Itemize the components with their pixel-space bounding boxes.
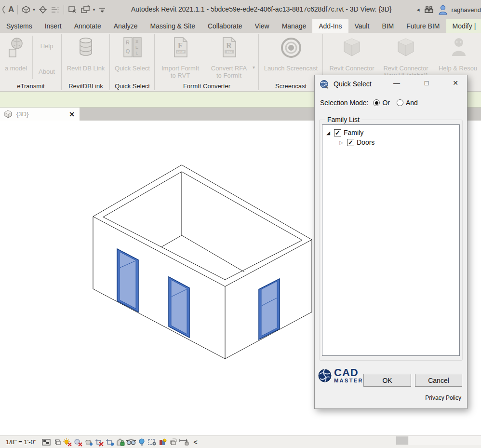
help-resources-button[interactable]: Help & Resou ▾: [435, 35, 481, 79]
person-help-icon: [448, 35, 468, 65]
help-button[interactable]: Help: [40, 42, 53, 50]
tab-collaborate[interactable]: Collaborate: [201, 19, 249, 33]
convert-rfa-dropdown-icon[interactable]: ▾: [253, 65, 255, 70]
family-tree[interactable]: ◢ ✓ Family ▷ ✓ Doors: [322, 124, 460, 356]
tab-insert[interactable]: Insert: [39, 19, 68, 33]
detail-level-icon[interactable]: [41, 437, 52, 447]
tab-vault[interactable]: Vault: [348, 19, 376, 33]
convert-rfa-button[interactable]: RRFA Convert RFA to FormIt: [206, 35, 252, 79]
door-selected[interactable]: [169, 277, 189, 338]
visual-style-icon[interactable]: [52, 437, 62, 447]
revit-db-link-button[interactable]: Revit DB Link: [62, 35, 110, 72]
tree-item-family[interactable]: Family: [344, 129, 363, 136]
cancel-button[interactable]: Cancel: [415, 374, 462, 387]
panel-label-quick-select: Quick Select: [110, 82, 155, 90]
radio-or-label[interactable]: Or: [382, 99, 390, 107]
tab-bim[interactable]: BIM: [375, 19, 400, 33]
rendering-dialog-icon[interactable]: [83, 437, 94, 447]
tab-manage[interactable]: Manage: [276, 19, 313, 33]
database-icon: [76, 35, 95, 65]
door-selected[interactable]: [117, 249, 138, 312]
locked-3d-view-icon[interactable]: [115, 437, 126, 447]
ok-button[interactable]: OK: [363, 374, 411, 387]
dialog-maximize-icon[interactable]: □: [419, 79, 434, 87]
tree-expander-expanded-icon[interactable]: ◢: [325, 130, 331, 136]
dialog-minimize-icon[interactable]: —: [389, 79, 404, 87]
collapse-search-icon[interactable]: ◂: [417, 6, 420, 13]
radio-or[interactable]: [373, 99, 380, 106]
tab-future-bim[interactable]: Future BIM: [400, 19, 446, 33]
svg-text:AXUT: AXUT: [177, 51, 185, 54]
cad-masters-globe-icon: [318, 368, 332, 383]
house-3d-icon: [4, 110, 13, 118]
globe-icon: [320, 80, 329, 89]
tree-item-doors[interactable]: Doors: [357, 138, 374, 146]
screencast-target-icon: [280, 35, 302, 65]
tab-view[interactable]: View: [249, 19, 276, 33]
cube-icon: [341, 35, 362, 65]
sun-path-off-icon[interactable]: [62, 437, 73, 447]
horizontal-scrollbar-thumb[interactable]: [396, 436, 408, 445]
default-3d-view-icon[interactable]: [21, 4, 31, 15]
tab-systems[interactable]: Systems: [0, 19, 39, 33]
shadows-off-icon[interactable]: [73, 437, 83, 447]
window-title: Autodesk Revit 2021.1.1 - 5bdce59e-ede2-…: [131, 5, 392, 13]
switch-windows-caret-icon[interactable]: ▾: [93, 7, 95, 12]
switch-windows-icon[interactable]: [80, 4, 91, 15]
tab-add-ins[interactable]: Add-Ins: [312, 19, 348, 33]
crop-view-off-icon[interactable]: [94, 437, 105, 447]
revit-connector-button[interactable]: Revit Connector: [326, 35, 378, 72]
view-tab-close-icon[interactable]: ✕: [69, 110, 75, 118]
search-binoculars-icon[interactable]: [424, 4, 434, 15]
svg-text:E: E: [135, 45, 138, 50]
temporary-view-properties-icon[interactable]: [147, 437, 158, 447]
svg-text:RFA: RFA: [227, 51, 232, 54]
close-hidden-windows-icon[interactable]: [67, 4, 77, 15]
toolbar-separator: [17, 5, 18, 14]
radio-and-label[interactable]: And: [406, 99, 418, 107]
floor-edge-right: [182, 235, 244, 272]
about-button[interactable]: About: [39, 68, 55, 75]
quick-select-button[interactable]: RQSEL Quick Select: [110, 35, 155, 72]
panel-label-screencast: Screencast: [259, 82, 323, 90]
analytical-model-icon[interactable]: [158, 437, 168, 447]
reveal-constraints-icon[interactable]: [179, 437, 189, 447]
door-selected[interactable]: [259, 279, 280, 339]
transmit-model-button[interactable]: a model: [0, 35, 32, 72]
scale-button[interactable]: 1/8" = 1'-0": [6, 438, 36, 446]
import-formit-button[interactable]: FAXUT Import FormIt to RVT: [155, 35, 206, 79]
panel-label-formit-converter: FormIt Converter: [155, 82, 259, 90]
radio-or-dot: [375, 101, 378, 105]
svg-text:S: S: [135, 39, 138, 44]
temporary-hide-isolate-icon[interactable]: [126, 437, 136, 447]
launch-screencast-button[interactable]: Launch Screencast: [259, 35, 323, 72]
tree-expander-collapsed-icon[interactable]: ▷: [338, 140, 344, 145]
tab-modify[interactable]: Modify |: [446, 19, 481, 33]
privacy-policy-link[interactable]: Privacy Policy: [425, 394, 461, 401]
text-tool-icon[interactable]: A: [8, 4, 14, 15]
collapse-toolbar-icon[interactable]: <: [193, 438, 197, 446]
reveal-hidden-elements-icon[interactable]: [136, 437, 147, 447]
dialog-close-icon[interactable]: ✕: [448, 79, 463, 87]
doors-checkbox[interactable]: ✓: [347, 139, 354, 146]
crop-region-icon[interactable]: [105, 437, 115, 447]
displacement-sets-icon[interactable]: [168, 437, 179, 447]
username-label[interactable]: raghavend: [452, 6, 481, 14]
svg-text:L: L: [135, 51, 138, 55]
clipped-icon[interactable]: [0, 4, 5, 15]
horizontal-scrollbar-track[interactable]: [409, 436, 481, 445]
revit-connector-new-ui-button[interactable]: Revit Connector New UI (alpha)]: [379, 35, 433, 79]
tab-annotate[interactable]: Annotate: [68, 19, 107, 33]
customize-toolbar-icon[interactable]: [98, 4, 106, 15]
radio-and[interactable]: [397, 99, 403, 106]
family-checkbox[interactable]: ✓: [334, 129, 341, 136]
tab-analyze[interactable]: Analyze: [107, 19, 144, 33]
tab-massing-site[interactable]: Massing & Site: [144, 19, 201, 33]
section-icon[interactable]: [39, 4, 47, 15]
view-tab-3d[interactable]: {3D} ✕: [0, 108, 80, 121]
ribbon-tab-bar: Systems Insert Annotate Analyze Massing …: [0, 19, 481, 33]
svg-text:Q: Q: [125, 48, 130, 54]
user-avatar-icon[interactable]: [438, 4, 448, 15]
view-dropdown-caret-icon[interactable]: ▾: [33, 7, 35, 12]
thin-lines-icon[interactable]: [51, 4, 60, 15]
